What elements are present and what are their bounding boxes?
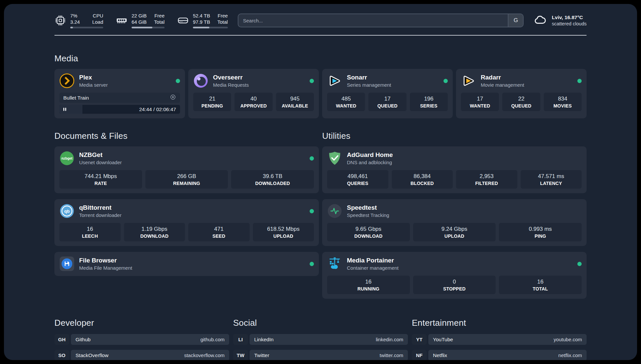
disk-icon [177, 15, 189, 26]
app-title: File Browser [79, 257, 132, 264]
stat-tile: 47.571 ms LATENCY [521, 170, 582, 189]
utilities-section: Utilities AdGuard Home DNS and a [322, 131, 587, 299]
media-section-title: Media [54, 53, 587, 64]
status-dot [310, 262, 314, 266]
app-title: Overseerr [213, 74, 249, 81]
nzbget-card[interactable]: nzbget NZBGet Usenet downloader 744.21 M… [54, 146, 319, 193]
app-subtitle: Movie management [481, 82, 524, 88]
stat-tile: 2,953 FILTERED [456, 170, 517, 189]
app-subtitle: Media server [79, 82, 108, 88]
playback-progress-bar[interactable]: 24:44 / 02:06:47 [59, 105, 180, 114]
stat-tile: 16 TOTAL [499, 276, 582, 294]
overseerr-icon [193, 73, 208, 88]
cpu-labels: CPU Load [92, 13, 103, 25]
search-bar: G [238, 14, 524, 27]
app-title: Speedtest [347, 204, 389, 211]
sonarr-card[interactable]: Sonarr Series management 485 WANTED 17 Q… [322, 69, 453, 118]
svg-text:nzbget: nzbget [61, 157, 73, 160]
portainer-card[interactable]: Media Portainer Container management 16 … [322, 252, 587, 299]
dashboard-panel: 7% 3.24 CPU Load [4, 4, 637, 360]
status-dot [443, 79, 448, 83]
stat-tile: 196 SERIES [410, 93, 448, 111]
stat-tile: 0 STOPPED [413, 276, 496, 294]
now-playing-title: Bullet Train [63, 95, 89, 101]
developer-section-title: Developer [54, 318, 229, 328]
link-tag: GH [54, 334, 69, 345]
link-linkedin[interactable]: LinkedIn linkedin.com [250, 334, 408, 345]
app-title: Radarr [481, 74, 524, 81]
stop-icon[interactable] [170, 94, 176, 102]
app-subtitle: Usenet downloader [79, 160, 122, 165]
cpu-values: 7% 3.24 [70, 13, 80, 25]
search-input[interactable] [238, 14, 508, 27]
link-youtube[interactable]: YouTube youtube.com [428, 334, 587, 345]
app-subtitle: Container management [347, 265, 399, 271]
link-stackoverflow[interactable]: StackOverflow stackoverflow.com [71, 350, 229, 360]
stat-tile: 40 APPROVED [234, 93, 272, 111]
overseerr-card[interactable]: Overseerr Media Requests 21 PENDING 40 A… [188, 69, 319, 118]
link-tag: NF [412, 350, 427, 360]
entertainment-section: Entertainment YT YouTube youtube.com NF … [412, 318, 587, 360]
memory-values: 22 GiB 64 GiB [132, 13, 147, 25]
app-subtitle: Media Requests [213, 82, 249, 88]
stat-tile: 39.6 TB DOWNLOADED [231, 170, 314, 189]
filebrowser-card[interactable]: File Browser Media File Management [54, 252, 319, 276]
app-title: AdGuard Home [347, 151, 393, 159]
pause-icon[interactable] [63, 107, 67, 111]
weather-location-temp: Lviv, 16.87°C [552, 15, 587, 20]
adguard-icon [327, 151, 342, 166]
system-stats: 7% 3.24 CPU Load [54, 13, 228, 28]
stat-tile: 16 LEECH [59, 223, 121, 241]
developer-section: Developer GH Github github.com SO StackO… [54, 318, 229, 360]
link-netflix[interactable]: Netflix netflix.com [428, 350, 587, 360]
status-dot [310, 209, 314, 213]
qbittorrent-icon: qb [59, 203, 75, 219]
stat-tile: 9.65 Gbps DOWNLOAD [327, 223, 410, 241]
header-divider [54, 35, 587, 36]
app-title: Media Portainer [347, 257, 399, 264]
playback-time: 24:44 / 02:06:47 [139, 106, 176, 112]
cpu-stat: 7% 3.24 CPU Load [54, 13, 103, 28]
cpu-progress-bar [70, 27, 103, 28]
status-dot [577, 262, 582, 266]
status-dot [310, 156, 314, 161]
sonarr-icon [327, 73, 342, 88]
entertainment-section-title: Entertainment [412, 318, 587, 328]
stat-tile: 485 WANTED [327, 93, 365, 111]
link-github[interactable]: Github github.com [71, 334, 229, 345]
app-title: qBittorrent [79, 204, 121, 211]
app-title: Sonarr [347, 74, 391, 81]
stat-tile: 17 WANTED [461, 93, 499, 111]
app-subtitle: DNS and adblocking [347, 160, 393, 165]
qbittorrent-card[interactable]: qb qBittorrent Torrent downloader 16 LEE… [54, 199, 319, 246]
adguard-card[interactable]: AdGuard Home DNS and adblocking 498,461 … [322, 146, 587, 193]
radarr-card[interactable]: Radarr Movie management 17 WANTED 22 QUE… [456, 69, 587, 118]
memory-stat: 22 GiB 64 GiB Free Total [116, 13, 165, 28]
app-title: NZBGet [79, 151, 122, 159]
now-playing-row: Bullet Train [59, 93, 180, 103]
app-subtitle: Speedtest Tracking [347, 212, 389, 218]
plex-icon [59, 73, 75, 88]
stat-tile: 0.993 ms PING [499, 223, 582, 241]
speedtest-card[interactable]: Speedtest Speedtest Tracking 9.65 Gbps D… [322, 199, 587, 246]
disk-stat: 52.4 TB 97.9 TB Free Total [177, 13, 228, 28]
svg-text:qb: qb [64, 209, 70, 214]
link-twitter[interactable]: Twitter twitter.com [250, 350, 408, 360]
portainer-icon [327, 256, 342, 271]
media-section: Media Plex Media server [54, 53, 587, 118]
stat-tile: 9.24 Gbps UPLOAD [413, 223, 496, 241]
status-dot [176, 79, 180, 83]
app-subtitle: Series management [347, 82, 391, 88]
stat-tile: 744.21 Mbps RATE [59, 170, 142, 189]
link-tag: SO [54, 350, 69, 360]
plex-card[interactable]: Plex Media server Bullet Train [54, 69, 185, 118]
link-tag: TW [233, 350, 248, 360]
stat-tile: 86,384 BLOCKED [392, 170, 453, 189]
stat-tile: 17 QUEUED [368, 93, 406, 111]
nzbget-icon: nzbget [59, 151, 75, 166]
disk-labels: Free Total [217, 13, 228, 25]
ram-icon [116, 15, 128, 26]
stat-tile: 266 GB REMAINING [145, 170, 228, 189]
search-engine-button[interactable]: G [508, 14, 523, 27]
stat-tile: 1.19 Gbps DOWNLOAD [124, 223, 185, 241]
